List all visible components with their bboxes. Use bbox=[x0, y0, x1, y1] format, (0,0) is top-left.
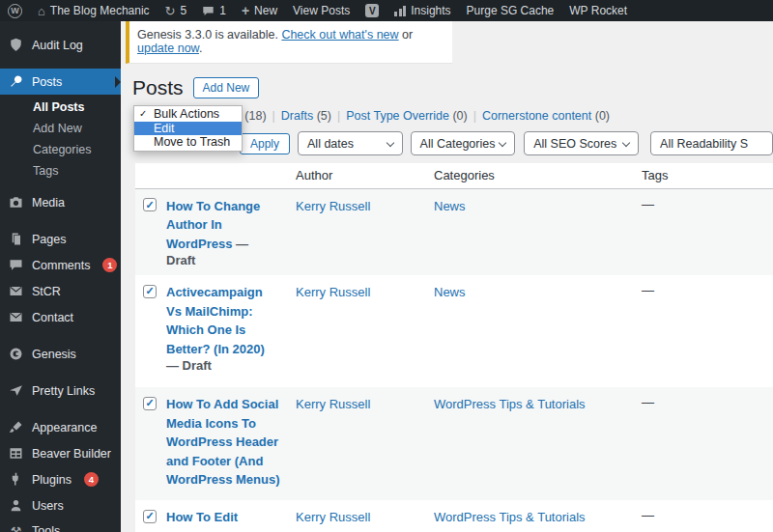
comments-badge: 1 bbox=[102, 258, 117, 272]
category-link[interactable]: WordPress Tips & Tutorials bbox=[434, 510, 586, 524]
select-all-header[interactable] bbox=[135, 163, 158, 188]
admin-sidebar: Audit Log Posts All Posts Add New Catego… bbox=[0, 21, 121, 532]
submenu-tags[interactable]: Tags bbox=[0, 160, 121, 182]
new-label: New bbox=[254, 4, 277, 17]
notice-text: Genesis 3.3.0 is available. bbox=[137, 28, 281, 42]
sidebar-item-users[interactable]: Users bbox=[0, 492, 121, 518]
filter-cornerstone[interactable]: Cornerstone content (0) bbox=[482, 109, 610, 123]
comment-bubble-icon bbox=[202, 5, 215, 17]
categories-select-value: All Categories bbox=[420, 137, 496, 151]
row-checkbox[interactable]: ✓ bbox=[143, 510, 157, 523]
pushpin-icon bbox=[9, 74, 23, 89]
sidebar-item-appearance[interactable]: Appearance bbox=[0, 414, 121, 440]
sidebar-item-plugins[interactable]: Plugins 4 bbox=[0, 466, 121, 492]
submenu-add-new[interactable]: Add New bbox=[0, 118, 121, 139]
post-title-link[interactable]: Activecampaign Vs MailChimp: Which One I… bbox=[166, 285, 265, 356]
author-link[interactable]: Kerry Russell bbox=[296, 510, 370, 524]
video-plugin-menu[interactable]: V bbox=[358, 0, 386, 21]
site-name-label: The Blog Mechanic bbox=[50, 4, 150, 17]
view-posts-menu[interactable]: View Posts bbox=[285, 0, 358, 21]
site-name-menu[interactable]: ⌂ The Blog Mechanic bbox=[30, 0, 157, 21]
sidebar-item-stcr[interactable]: StCR bbox=[0, 278, 121, 304]
author-link[interactable]: Kerry Russell bbox=[296, 397, 370, 411]
author-header[interactable]: Author bbox=[288, 163, 426, 188]
sidebar-item-contact[interactable]: Contact bbox=[0, 304, 121, 330]
wordpress-logo-menu[interactable]: W bbox=[0, 0, 30, 21]
sidebar-item-media[interactable]: Media bbox=[0, 189, 121, 215]
chevron-down-icon bbox=[386, 139, 393, 147]
dates-select-value: All dates bbox=[307, 137, 354, 151]
apply-button[interactable]: Apply bbox=[240, 133, 290, 154]
insights-menu[interactable]: Insights bbox=[386, 0, 458, 21]
filter-post-type-override[interactable]: Post Type Override (0) bbox=[346, 109, 482, 123]
comments-menu[interactable]: 1 bbox=[194, 0, 234, 21]
category-link[interactable]: News bbox=[434, 285, 466, 299]
wp-rocket-label: WP Rocket bbox=[569, 4, 627, 17]
updates-icon: ↻ bbox=[165, 5, 176, 17]
author-link[interactable]: Kerry Russell bbox=[296, 199, 370, 213]
sidebar-item-label: Comments bbox=[32, 259, 90, 272]
seo-scores-select-value: All SEO Scores bbox=[533, 137, 616, 151]
table-row: ✓ Activecampaign Vs MailChimp: Which One… bbox=[135, 275, 773, 387]
sidebar-item-comments[interactable]: Comments 1 bbox=[0, 252, 121, 278]
seo-scores-select[interactable]: All SEO Scores bbox=[524, 131, 639, 155]
categories-header[interactable]: Categories bbox=[426, 163, 634, 188]
sidebar-item-label: Plugins bbox=[32, 473, 72, 487]
notice-update-now-link[interactable]: update now bbox=[137, 42, 199, 55]
category-link[interactable]: WordPress Tips & Tutorials bbox=[434, 397, 586, 411]
comment-icon bbox=[9, 258, 23, 272]
dates-select[interactable]: All dates bbox=[298, 131, 403, 155]
paper-plane-icon bbox=[9, 383, 23, 398]
sidebar-item-genesis[interactable]: Genesis bbox=[0, 341, 121, 367]
submenu-categories[interactable]: Categories bbox=[0, 139, 121, 160]
sidebar-item-label: Audit Log bbox=[32, 39, 83, 52]
dropdown-option-move-to-trash[interactable]: Move to Trash bbox=[134, 135, 242, 150]
sidebar-item-label: Media bbox=[32, 196, 65, 210]
tags-header[interactable]: Tags bbox=[634, 163, 773, 188]
title-header[interactable] bbox=[158, 163, 288, 188]
wp-rocket-menu[interactable]: WP Rocket bbox=[561, 0, 635, 21]
sidebar-item-tools[interactable]: ⚒ Tools bbox=[0, 518, 121, 532]
posts-table: Author Categories Tags ✓ How To Change A… bbox=[135, 163, 773, 532]
notice-whats-new-link[interactable]: Check out what's new bbox=[281, 28, 398, 42]
filter-drafts[interactable]: Drafts (5) bbox=[281, 109, 346, 123]
sidebar-item-audit-log[interactable]: Audit Log bbox=[0, 32, 121, 58]
submenu-all-posts[interactable]: All Posts bbox=[0, 97, 121, 118]
dropdown-option-bulk-actions[interactable]: ✓ Bulk Actions bbox=[134, 107, 242, 122]
admin-bar: W ⌂ The Blog Mechanic ↻ 5 1 + New View P… bbox=[0, 0, 773, 21]
plus-icon: + bbox=[242, 3, 249, 18]
add-new-button[interactable]: Add New bbox=[193, 77, 260, 98]
tags-value: — bbox=[642, 395, 654, 409]
post-state: — Draft bbox=[166, 358, 212, 373]
author-link[interactable]: Kerry Russell bbox=[296, 285, 370, 299]
sidebar-item-label: Beaver Builder bbox=[32, 447, 111, 461]
new-menu[interactable]: + New bbox=[234, 0, 285, 21]
row-checkbox[interactable]: ✓ bbox=[143, 198, 157, 211]
brush-icon bbox=[9, 420, 23, 434]
plug-icon bbox=[9, 472, 23, 487]
category-link[interactable]: News bbox=[434, 199, 466, 213]
categories-select[interactable]: All Categories bbox=[411, 131, 516, 155]
table-row: ✓ How To Add Social Media Icons To WordP… bbox=[135, 387, 773, 500]
bulk-actions-dropdown: ✓ Bulk Actions Edit Move to Trash bbox=[133, 105, 243, 152]
table-row: ✓ How To Change Author In WordPress — Dr… bbox=[135, 188, 773, 275]
dropdown-option-edit[interactable]: Edit bbox=[134, 122, 242, 136]
sidebar-item-pages[interactable]: Pages bbox=[0, 226, 121, 252]
sidebar-item-label: Tools bbox=[32, 524, 60, 532]
grid-icon bbox=[9, 446, 23, 461]
mail-icon bbox=[9, 310, 23, 324]
row-checkbox[interactable]: ✓ bbox=[143, 397, 157, 410]
post-title-link[interactable]: How To Add Social Media Icons To WordPre… bbox=[166, 397, 280, 487]
wordpress-logo-icon: W bbox=[8, 4, 22, 18]
readability-select-value: All Readability S bbox=[660, 137, 748, 151]
insights-label: Insights bbox=[411, 4, 450, 17]
purge-sg-cache-menu[interactable]: Purge SG Cache bbox=[459, 0, 562, 21]
sidebar-item-label: Genesis bbox=[32, 348, 76, 361]
updates-menu[interactable]: ↻ 5 bbox=[157, 0, 195, 21]
sidebar-item-beaver-builder[interactable]: Beaver Builder bbox=[0, 440, 121, 466]
post-title-link[interactable]: How To Edit Footer In WordPress bbox=[166, 510, 238, 532]
sidebar-item-pretty-links[interactable]: Pretty Links bbox=[0, 378, 121, 404]
readability-select[interactable]: All Readability S bbox=[650, 131, 773, 155]
sidebar-item-posts[interactable]: Posts bbox=[0, 69, 121, 95]
row-checkbox[interactable]: ✓ bbox=[143, 285, 157, 298]
